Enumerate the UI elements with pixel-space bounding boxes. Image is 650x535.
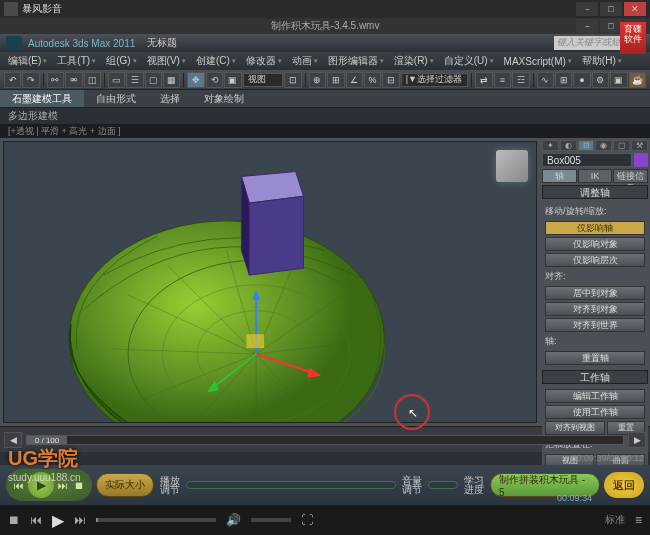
tab-graphite[interactable]: 石墨建模工具	[0, 90, 84, 107]
menu-maxscript[interactable]: MAXScript(M)	[500, 56, 576, 67]
bind-icon[interactable]: ◫	[84, 72, 101, 88]
volume-slider[interactable]	[428, 481, 458, 489]
subtab-ik[interactable]: IK	[578, 169, 613, 183]
tab-motion-icon[interactable]: ◉	[595, 140, 612, 151]
sys-prev-icon[interactable]: ⏮	[30, 513, 42, 527]
menu-graph[interactable]: 图形编辑器	[324, 54, 388, 68]
progress-slider[interactable]	[186, 481, 396, 489]
btn-reset-pivot[interactable]: 重置轴	[545, 351, 645, 365]
sys-mute-icon[interactable]: 🔊	[226, 513, 241, 527]
window-cross-icon[interactable]: ▦	[163, 72, 180, 88]
render-frame-icon[interactable]: ▣	[610, 72, 627, 88]
sys-mode-label[interactable]: 标准	[605, 513, 625, 527]
sys-volume-slider[interactable]	[251, 518, 291, 522]
vid-max-icon[interactable]: □	[600, 19, 622, 33]
move-icon[interactable]: ✥	[187, 72, 204, 88]
back-button[interactable]: 返回	[604, 472, 644, 498]
vid-min-icon[interactable]: －	[576, 19, 598, 33]
spinner-snap-icon[interactable]: ⊟	[382, 72, 399, 88]
menu-custom[interactable]: 自定义(U)	[440, 54, 498, 68]
redo-icon[interactable]: ↷	[22, 72, 39, 88]
scale-icon[interactable]: ▣	[224, 72, 241, 88]
sys-next-icon[interactable]: ⏭	[74, 513, 86, 527]
menu-help[interactable]: 帮助(H)	[578, 54, 626, 68]
pivot-center-icon[interactable]: ⊡	[284, 72, 301, 88]
select-region-icon[interactable]: ▢	[145, 72, 162, 88]
layers-icon[interactable]: ☲	[512, 72, 529, 88]
menu-animation[interactable]: 动画	[288, 54, 322, 68]
tab-create-icon[interactable]: ✦	[542, 140, 559, 151]
menu-group[interactable]: 组(G)	[102, 54, 140, 68]
select-name-icon[interactable]: ☰	[126, 72, 143, 88]
menu-create[interactable]: 创建(C)	[192, 54, 240, 68]
menu-edit[interactable]: 编辑(E)	[4, 54, 51, 68]
schematic-icon[interactable]: ⊞	[555, 72, 572, 88]
app-logo-icon[interactable]	[6, 36, 22, 50]
manip-icon[interactable]: ⊕	[309, 72, 326, 88]
ribbon-panel-label[interactable]: 多边形建模	[0, 108, 650, 124]
undo-icon[interactable]: ↶	[4, 72, 21, 88]
close-button[interactable]: ✕	[624, 2, 646, 16]
btn-align-to-view[interactable]: 对齐到视图	[545, 421, 605, 435]
menu-modifiers[interactable]: 修改器	[242, 54, 286, 68]
menu-render[interactable]: 渲染(R)	[390, 54, 438, 68]
sys-menu-icon[interactable]: ≡	[635, 513, 642, 527]
angle-snap-icon[interactable]: ∠	[346, 72, 363, 88]
link-icon[interactable]: ⚯	[47, 72, 64, 88]
named-sel-dropdown[interactable]: |▼选择过滤器	[401, 73, 469, 87]
volume-label: 音量调节	[402, 476, 422, 494]
rollout-working-pivot[interactable]: 工作轴	[542, 370, 648, 384]
sys-progress-slider[interactable]	[96, 518, 216, 522]
tab-objpaint[interactable]: 对象绘制	[192, 90, 256, 107]
subtab-linkinfo[interactable]: 链接信息	[613, 169, 648, 183]
time-slider[interactable]: 0 / 100	[26, 435, 624, 445]
select-icon[interactable]: ▭	[108, 72, 125, 88]
object-color-swatch[interactable]	[634, 153, 648, 167]
pct-snap-icon[interactable]: %	[364, 72, 381, 88]
align-icon[interactable]: ≡	[494, 72, 511, 88]
btn-align-to-world[interactable]: 对齐到世界	[545, 318, 645, 332]
tab-modify-icon[interactable]: ◐	[560, 140, 577, 151]
mirror-icon[interactable]: ⇄	[475, 72, 492, 88]
subtab-pivot[interactable]: 轴	[542, 169, 577, 183]
rotate-icon[interactable]: ⟲	[206, 72, 223, 88]
rollout-adjust-pivot[interactable]: 调整轴	[542, 185, 648, 199]
sys-play-icon[interactable]: ▶	[52, 511, 64, 530]
viewport-label[interactable]: [+透视 | 平滑 + 高光 + 边面 ]	[0, 124, 650, 138]
btn-edit-working-pivot[interactable]: 编辑工作轴	[545, 389, 645, 403]
tab-utilities-icon[interactable]: ⚒	[631, 140, 648, 151]
btn-affect-object-only[interactable]: 仅影响对象	[545, 237, 645, 251]
tab-selection[interactable]: 选择	[148, 90, 192, 107]
tab-hierarchy-icon[interactable]: ⊟	[578, 140, 595, 151]
render-icon[interactable]: ☕	[629, 72, 646, 88]
btn-align-to-object[interactable]: 对齐到对象	[545, 302, 645, 316]
object-name-field[interactable]: Box005	[542, 153, 632, 167]
btn-center-to-object[interactable]: 居中到对象	[545, 286, 645, 300]
btn-affect-pivot-only[interactable]: 仅影响轴	[545, 221, 645, 235]
menu-tools[interactable]: 工具(T)	[53, 54, 100, 68]
watermark-url: study.uuu188.cn	[8, 472, 81, 483]
refcoord-dropdown[interactable]: 视图	[243, 73, 284, 87]
actual-size-button[interactable]: 实际大小	[96, 473, 154, 497]
viewport-perspective[interactable]: ↖	[3, 141, 537, 423]
tab-display-icon[interactable]: ▢	[613, 140, 630, 151]
menu-views[interactable]: 视图(V)	[143, 54, 190, 68]
btn-affect-hierarchy[interactable]: 仅影响层次	[545, 253, 645, 267]
timeline-next-icon[interactable]: ▶	[628, 432, 646, 448]
tab-freeform[interactable]: 自由形式	[84, 90, 148, 107]
sys-fullscreen-icon[interactable]: ⛶	[301, 513, 313, 527]
minimize-button[interactable]: －	[576, 2, 598, 16]
maximize-button[interactable]: □	[600, 2, 622, 16]
vendor-badge: 育碟软件	[620, 22, 646, 54]
sys-stop-icon[interactable]: ⏹	[8, 513, 20, 527]
time-slider-handle[interactable]: 0 / 100	[27, 436, 67, 444]
btn-use-working-pivot[interactable]: 使用工作轴	[545, 405, 645, 419]
label-move-rot-scale: 移动/旋转/缩放:	[545, 204, 645, 219]
material-icon[interactable]: ●	[573, 72, 590, 88]
curve-editor-icon[interactable]: ∿	[537, 72, 554, 88]
snap-icon[interactable]: ⊞	[327, 72, 344, 88]
viewcube-icon[interactable]	[496, 150, 528, 182]
unlink-icon[interactable]: ⚮	[65, 72, 82, 88]
render-setup-icon[interactable]: ⚙	[592, 72, 609, 88]
viewport-canvas[interactable]	[4, 142, 536, 422]
